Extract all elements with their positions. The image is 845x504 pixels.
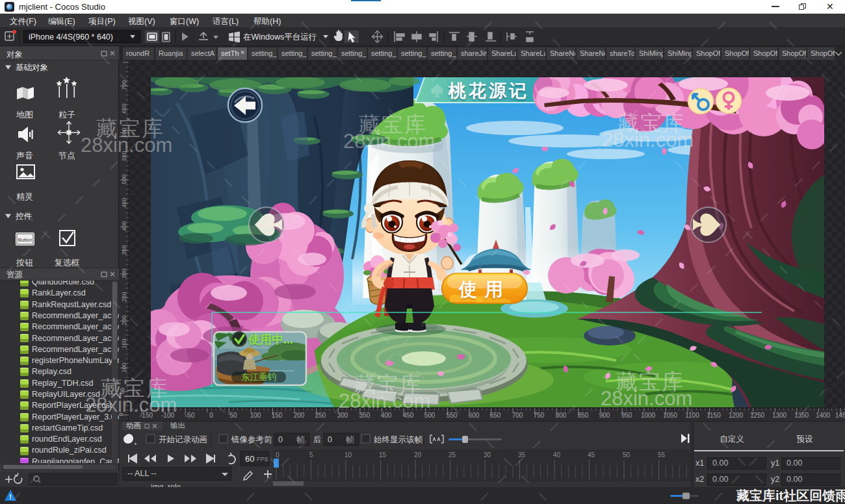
svg-text:30: 30	[484, 451, 491, 459]
svg-text:东江垂钓: 东江垂钓	[241, 372, 276, 382]
svg-text:iPhone 4/4S(960 * 640): iPhone 4/4S(960 * 640)	[29, 32, 113, 42]
svg-text:10: 10	[344, 451, 352, 459]
svg-text:0: 0	[328, 435, 332, 444]
svg-text:55: 55	[658, 451, 666, 459]
svg-text:+: +	[134, 441, 137, 447]
svg-text:帧: 帧	[296, 435, 305, 444]
svg-text:后: 后	[313, 435, 322, 444]
svg-text:桃花源记: 桃花源记	[448, 81, 529, 101]
svg-text:50: 50	[623, 451, 630, 459]
svg-text:帧: 帧	[346, 435, 354, 444]
svg-text:镜像参考: 镜像参考	[231, 435, 265, 444]
svg-text:FPS: FPS	[257, 456, 268, 462]
svg-text:35: 35	[518, 451, 526, 459]
svg-text:前: 前	[264, 435, 272, 444]
svg-text:始终显示该帧: 始终显示该帧	[373, 435, 423, 444]
svg-text:45: 45	[588, 451, 595, 459]
svg-text:!: !	[9, 493, 12, 501]
svg-text:25: 25	[448, 451, 456, 459]
svg-text:15: 15	[379, 451, 387, 459]
svg-text:开始记录动画: 开始记录动画	[159, 435, 207, 444]
svg-text:60: 60	[245, 454, 254, 464]
svg-text:Button: Button	[18, 237, 32, 243]
svg-text:5: 5	[309, 451, 313, 459]
svg-text:在Windows平台运行: 在Windows平台运行	[243, 32, 317, 42]
svg-text:0: 0	[276, 451, 280, 459]
svg-text:0: 0	[278, 435, 283, 444]
svg-text:使用中...: 使用中...	[248, 333, 293, 346]
svg-text:40: 40	[553, 451, 561, 459]
svg-text:20: 20	[414, 451, 422, 459]
svg-text:使用: 使用	[458, 279, 511, 299]
